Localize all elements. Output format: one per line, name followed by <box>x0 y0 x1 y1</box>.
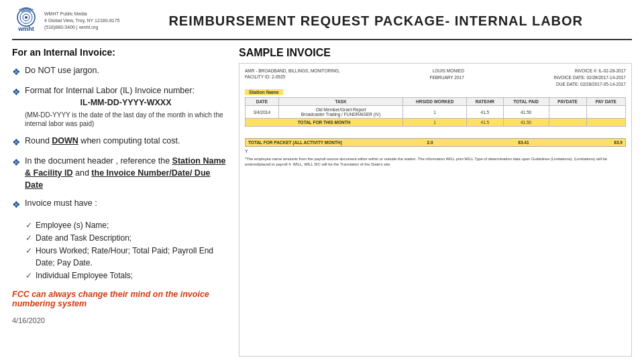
check-icon-2: ✓ <box>25 233 32 244</box>
main-content: For an Internal Invoice: ❖ Do NOT use ja… <box>12 47 632 357</box>
station-name-label-row: Station Name <box>245 90 626 95</box>
invoice-header-row: AMR - BROADBAND, BILLINGS, MONITORING, F… <box>245 68 626 87</box>
page-container: wmht WMHT Public Media 4 Global View, Tr… <box>0 0 644 362</box>
bullet-icon-2: ❖ <box>12 85 21 99</box>
check-icon-3: ✓ <box>25 245 32 257</box>
intro-heading: For an Internal Invoice: <box>12 47 227 58</box>
grand-total-label: TOTAL FOR PACKET (ALL ACTIVITY MONTH) <box>248 140 342 145</box>
bullet-icon-1: ❖ <box>12 65 21 78</box>
col-date: DATE <box>246 98 279 106</box>
grand-total-hrs: 2.0 <box>427 140 433 145</box>
task-hrs: 1 <box>403 106 467 119</box>
sample-invoice-title: SAMPLE INVOICE <box>239 47 632 59</box>
invoice-org-info: AMR - BROADBAND, BILLINGS, MONITORING, F… <box>245 68 340 87</box>
invoice-footnote: *The employee name amounts from the payr… <box>245 156 626 167</box>
svg-text:wmht: wmht <box>17 25 34 32</box>
grand-total-row: TOTAL FOR PACKET (ALL ACTIVITY MONTH) 2.… <box>245 138 626 147</box>
left-column: For an Internal Invoice: ❖ Do NOT use ja… <box>12 47 227 357</box>
bullet-text-4: In the document header , reference the S… <box>25 155 227 191</box>
logo-area: wmht WMHT Public Media 4 Global View, Tr… <box>12 7 119 35</box>
col-task: TASK <box>278 98 402 106</box>
page-title: REIMBURSEMENT REQUEST PACKAGE- INTERNAL … <box>119 13 632 29</box>
task-description: Old Member/Grant ReportBroadcaster Tradi… <box>278 106 402 119</box>
col-payroll-end: PAYDATE <box>549 98 586 106</box>
date-stamp: 4/16/2020 <box>12 316 227 324</box>
subtotal-row: TOTAL FOR THIS MONTH 1 41.5 41.50 <box>246 119 626 127</box>
bullet-text-1: Do NOT use jargon. <box>25 64 227 76</box>
check-icon-1: ✓ <box>25 220 32 231</box>
checklist-item-4: ✓ Individual Employee Totals; <box>25 270 227 282</box>
task-payroll-end <box>549 106 586 119</box>
bullet-icon-4: ❖ <box>12 156 21 169</box>
table-row-1: 3/4/2014 Old Member/Grant ReportBroadcas… <box>246 106 626 119</box>
col-rate: RATE/HR <box>467 98 503 106</box>
task-date: 3/4/2014 <box>246 106 279 119</box>
bullet-item-1: ❖ Do NOT use jargon. <box>12 64 227 78</box>
bullet-item-4: ❖ In the document header , reference the… <box>12 155 227 191</box>
bullet-item-2: ❖ Format for Internal Labor (IL) Invoice… <box>12 84 227 128</box>
page-header: wmht WMHT Public Media 4 Global View, Tr… <box>12 7 632 40</box>
logo-text: WMHT Public Media 4 Global View, Troy, N… <box>44 11 119 30</box>
invoice-y-marker: Y <box>245 149 626 154</box>
right-column: SAMPLE INVOICE AMR - BROADBAND, BILLINGS… <box>239 47 632 357</box>
task-total: 41.50 <box>503 106 549 119</box>
checklist-item-3: ✓ Hours Worked; Rate/Hour; Total Paid; P… <box>25 245 227 269</box>
invoice-table: DATE TASK HRS/DD WORKED RATE/HR TOTAL PA… <box>245 97 626 127</box>
subtotal-hrs: 1 <box>403 119 467 127</box>
task-pay-date <box>586 106 625 119</box>
checklist-item-2: ✓ Date and Task Description; <box>25 233 227 244</box>
checklist: ✓ Employee (s) Name; ✓ Date and Task Des… <box>25 220 227 284</box>
svg-point-3 <box>25 16 28 19</box>
station-name-label: Station Name <box>245 89 283 95</box>
fcc-note: FCC can always change their mind on the … <box>12 290 227 308</box>
invoice-spacer <box>245 133 626 138</box>
col-hrs: HRS/DD WORKED <box>403 98 467 106</box>
grand-total-rate: 83.41 <box>518 140 529 145</box>
checklist-item-1: ✓ Employee (s) Name; <box>25 220 227 231</box>
invoice-box: AMR - BROADBAND, BILLINGS, MONITORING, F… <box>239 63 632 357</box>
col-pay-date: PAY DATE <box>586 98 625 106</box>
bullet-text-2: Format for Internal Labor (IL) Invoice n… <box>25 84 227 128</box>
bullet-icon-5: ❖ <box>12 198 21 211</box>
grand-total-total: 83.9 <box>614 140 623 145</box>
wmht-logo-icon: wmht <box>12 7 40 35</box>
check-icon-4: ✓ <box>25 270 32 282</box>
subtotal-rate: 41.5 <box>467 119 503 127</box>
bullet-text-3: Round DOWN when computing total cost. <box>25 135 227 147</box>
bullet-item-5: ❖ Invoice must have : <box>12 197 227 211</box>
bullet-text-5: Invoice must have : <box>25 197 227 209</box>
subtotal-label: TOTAL FOR THIS MONTH <box>246 119 403 127</box>
subtotal-paydate <box>586 119 625 127</box>
invoice-right-info: LOUIS MONIED FEBRUARY 2017 <box>429 68 464 87</box>
col-total: TOTAL PAID <box>503 98 549 106</box>
task-rate: 41.5 <box>467 106 503 119</box>
bullet-item-3: ❖ Round DOWN when computing total cost. <box>12 135 227 149</box>
subtotal-total: 41.50 <box>503 119 549 127</box>
subtotal-payroll <box>549 119 586 127</box>
bullet-icon-3: ❖ <box>12 135 21 149</box>
invoice-numbers-info: INVOICE #: IL-02-28-2017 INVOICE DATE: 0… <box>553 68 626 87</box>
